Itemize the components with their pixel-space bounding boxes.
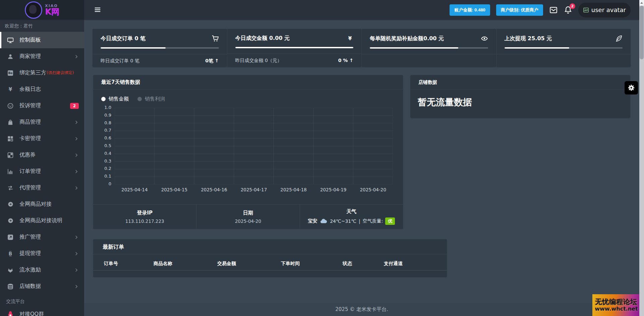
coupon-icon (7, 151, 14, 159)
scrollbar-up-button[interactable] (639, 0, 644, 6)
sidebar-item-label: 优惠券 (19, 151, 36, 159)
table-column-header: 交易金额 (217, 261, 281, 267)
legend-dot (101, 97, 106, 101)
orders-table-header: 订单号商品名称交易金额下单时间状态支付通道 (93, 257, 447, 270)
sidebar-item[interactable]: 全网商品对接说明 (0, 212, 84, 229)
sidebar: XIAO K网 欢迎您：君竹 控制面板商家管理Be绑定第三方(强烈建议绑定)¥余… (0, 0, 84, 316)
stat-card: 上次提现 25.05 元 (496, 29, 631, 67)
stat-progress-fill (101, 47, 166, 49)
stat-progress-bar (101, 47, 219, 49)
sidebar-item[interactable]: 订单管理 (0, 163, 84, 180)
mail-icon[interactable] (549, 6, 558, 14)
database-icon (7, 283, 14, 290)
sidebar-item[interactable]: ¥余额日志 (0, 81, 84, 98)
login-ip-label: 登录IP (137, 210, 153, 216)
stat-card-title: 每单随机奖励补贴金额0.00 元 (370, 35, 444, 42)
sidebar-item-label: 商品管理 (19, 119, 41, 126)
sidebar-item-label: 流水激励 (19, 266, 41, 273)
sidebar-menu: 控制面板商家管理Be绑定第三方(强烈建议绑定)¥余额日志投诉管理2商品管理卡密管… (0, 32, 84, 295)
merchant-level-button[interactable]: 商户级别: 优质商户 (496, 4, 543, 16)
sidebar-item-warning-text: (强烈建议绑定) (47, 70, 74, 76)
sidebar-item[interactable]: Be绑定第三方(强烈建议绑定) (0, 65, 84, 81)
watermark-image: 无忧编程论坛 www.whct.net (592, 294, 640, 316)
sidebar-item[interactable]: 全网商品对接 (0, 196, 84, 212)
svg-text:¥: ¥ (348, 36, 352, 42)
chart-title: 最近7天销售数据 (93, 75, 403, 89)
sidebar-item[interactable]: 控制面板 (0, 32, 84, 48)
x-axis-tick-label: 2025-04-16 (194, 187, 234, 192)
legend-item[interactable]: 销售利润 (137, 96, 165, 102)
svg-text:¥: ¥ (9, 86, 12, 92)
page-scrollbar[interactable] (639, 0, 644, 316)
watermark-line2: www.whct.net (595, 306, 638, 312)
stat-card-title: 今日成交金额 0.00 元 (235, 35, 290, 42)
chevron-right-icon (74, 120, 79, 125)
svg-text:B: B (9, 251, 12, 256)
qq-icon (7, 311, 14, 316)
chevron-right-icon (74, 284, 79, 289)
sidebar-item[interactable]: 店铺数据 (0, 278, 84, 295)
user-avatar[interactable]: user avatar (578, 3, 631, 17)
sidebar-item[interactable]: 推广管理 (0, 229, 84, 245)
x-axis-tick-label: 2025-04-19 (313, 187, 353, 192)
shop-panel-title: 店铺数据 (410, 75, 630, 89)
table-column-header: 下单时间 (281, 261, 343, 267)
table-column-header: 订单号 (104, 261, 154, 267)
legend-label: 销售金额 (109, 96, 129, 102)
welcome-text: 欢迎您：君竹 (0, 20, 84, 32)
sidebar-item-label: 控制面板 (19, 37, 41, 44)
sidebar-item-qq-group[interactable]: 对接QQ群 (0, 306, 84, 316)
sidebar-item-label: 提现管理 (19, 250, 41, 257)
login-ip-value: 113.110.217.223 (125, 218, 164, 224)
latest-orders-card: 最新订单 订单号商品名称交易金额下单时间状态支付通道 (93, 239, 447, 277)
x-axis-tick-label: 2025-04-20 (353, 187, 393, 192)
weather-city: 宝安 (308, 218, 317, 224)
logo[interactable]: XIAO K网 (0, 0, 84, 20)
yen-icon: ¥ (347, 35, 353, 42)
stat-progress-fill (370, 47, 458, 49)
sidebar-item-label: 投诉管理 (19, 102, 41, 109)
y-axis-tick-label: 0.2 (96, 166, 111, 171)
login-ip-block: 登录IP 113.110.217.223 (93, 205, 196, 229)
stat-progress-bar (235, 47, 354, 48)
scrollbar-thumb[interactable] (640, 6, 644, 59)
sidebar-item[interactable]: B提现管理 (0, 245, 84, 262)
y-axis-tick-label: 0.3 (96, 159, 111, 164)
x-axis-tick-label: 2025-04-14 (115, 187, 155, 192)
weather-temp: 24℃~31℃ (330, 218, 356, 224)
quill-icon (615, 35, 623, 42)
y-axis-tick-label: 0 (96, 181, 111, 186)
settings-gear-button[interactable] (625, 81, 638, 94)
bell-icon[interactable]: 2 (564, 6, 572, 14)
chart-legend: 销售金额销售利润 (101, 95, 403, 103)
hamburger-menu-icon[interactable] (94, 6, 101, 13)
weather-separator: | (359, 218, 360, 224)
sidebar-item[interactable]: 商家管理 (0, 48, 84, 65)
sidebar-item-label: 推广管理 (19, 234, 41, 241)
account-balance-button[interactable]: 账户金额: 0.480 (450, 4, 490, 16)
stat-sub-right: 0笔 ↑ (205, 58, 219, 64)
watermark-line1: 无忧编程论坛 (595, 298, 638, 306)
chevron-right-icon (74, 251, 79, 256)
stat-sub-left: 昨日成交金额 0（元） (235, 58, 282, 64)
legend-item[interactable]: 销售金额 (101, 96, 129, 102)
chart-info-footer: 登录IP 113.110.217.223 日期 2025-04-20 天气 宝安… (93, 204, 403, 229)
gear-icon (628, 84, 635, 91)
sidebar-item[interactable]: 卡密管理 (0, 130, 84, 147)
brand-text-bottom: K网 (45, 8, 59, 16)
chevron-right-icon (74, 268, 79, 272)
up-arrow-icon (640, 2, 643, 4)
external-icon (7, 234, 14, 241)
legend-label: 销售利润 (145, 96, 165, 102)
sidebar-item[interactable]: 投诉管理2 (0, 98, 84, 114)
sidebar-item-label: 订单管理 (19, 168, 41, 175)
sidebar-item[interactable]: 代理管理 (0, 180, 84, 196)
chevron-right-icon (74, 153, 79, 157)
sidebar-item[interactable]: 优惠券 (0, 147, 84, 163)
sidebar-item[interactable]: 流水激励 (0, 262, 84, 278)
sidebar-item-label: 全网商品对接 (19, 201, 52, 208)
main-content: 今日成交订单 0 笔昨日成交订单 0 笔0笔 ↑今日成交金额 0.00 元¥昨日… (84, 20, 639, 316)
sidebar-item-label: 商家管理 (19, 53, 41, 60)
sidebar-item[interactable]: 商品管理 (0, 114, 84, 130)
stat-sub-right: 0 % ↑ (338, 58, 353, 64)
